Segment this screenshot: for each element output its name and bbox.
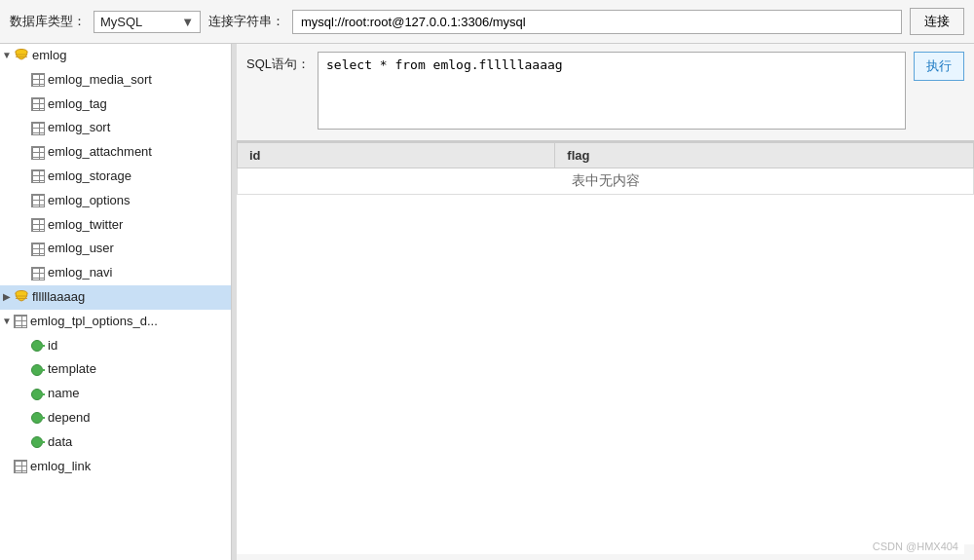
sidebar-item-emlog_link[interactable]: emlog_link xyxy=(0,455,231,479)
right-panel: SQL语句： 执行 idflag 表中无内容 CSDN @HMX404 xyxy=(237,44,974,560)
sidebar-item-col_id[interactable]: id xyxy=(0,334,231,358)
watermark: CSDN @HMX404 xyxy=(237,539,964,554)
table-icon xyxy=(31,267,45,280)
tree-item-label: emlog_storage xyxy=(48,167,131,187)
sidebar-item-col_data[interactable]: data xyxy=(0,430,231,455)
chevron-down-icon: ▼ xyxy=(181,15,194,29)
db-type-select[interactable]: MySQL ▼ xyxy=(94,11,201,33)
connection-string-input[interactable] xyxy=(292,10,902,34)
column-header-flag: flag xyxy=(555,143,974,168)
tree-item-label: emlog_tpl_options_d... xyxy=(30,312,158,332)
table-icon xyxy=(31,243,45,256)
conn-label: 连接字符串： xyxy=(208,13,284,30)
sidebar-item-emlog_tpl_options_d[interactable]: ▼emlog_tpl_options_d... xyxy=(0,310,231,334)
results-table: idflag 表中无内容 xyxy=(237,142,974,195)
table-icon xyxy=(31,194,45,207)
sidebar-item-flllllaaaag[interactable]: ▶ flllllaaaag xyxy=(0,285,231,310)
column-icon xyxy=(31,435,45,449)
table-icon xyxy=(31,169,45,183)
tree-item-label: emlog_media_sort xyxy=(48,70,152,91)
db-type-value: MySQL xyxy=(100,15,142,29)
tree-item-label: flllllaaaag xyxy=(32,287,85,308)
sidebar-item-col_name[interactable]: name xyxy=(0,382,231,406)
table-icon xyxy=(31,97,45,111)
tree-item-label: id xyxy=(48,336,57,356)
column-icon xyxy=(31,388,45,401)
tree-item-label: emlog_link xyxy=(30,457,91,477)
table-icon xyxy=(31,218,45,232)
execute-button[interactable]: 执行 xyxy=(914,52,964,81)
top-bar: 数据库类型： MySQL ▼ 连接字符串： 连接 xyxy=(0,0,974,44)
db-type-label: 数据库类型： xyxy=(10,13,86,30)
table-icon xyxy=(31,73,45,87)
tree-item-label: depend xyxy=(48,408,90,429)
table-icon xyxy=(14,460,27,473)
tree-item-label: data xyxy=(48,432,72,453)
tree-toggle-icon: ▶ xyxy=(0,289,14,305)
tree-item-label: emlog_attachment xyxy=(48,142,152,163)
tree-item-label: emlog_options xyxy=(48,191,131,211)
results-area: idflag 表中无内容 xyxy=(237,141,974,544)
sidebar-item-emlog_media_sort[interactable]: emlog_media_sort xyxy=(0,68,231,93)
table-icon xyxy=(14,315,27,328)
sidebar-item-col_depend[interactable]: depend xyxy=(0,406,231,430)
main-layout: ▼ emlogemlog_media_sortemlog_tagemlog_so… xyxy=(0,44,974,560)
tree-item-label: emlog_tag xyxy=(48,94,107,115)
tree-item-label: template xyxy=(48,359,96,380)
sql-label: SQL语句： xyxy=(246,52,310,73)
tree-toggle-icon: ▼ xyxy=(0,314,14,329)
sidebar-item-emlog_navi[interactable]: emlog_navi xyxy=(0,261,231,285)
column-icon xyxy=(31,339,45,353)
database-icon xyxy=(14,49,29,62)
sidebar-item-emlog[interactable]: ▼ emlog xyxy=(0,44,231,68)
sql-input[interactable] xyxy=(318,52,906,130)
sidebar-item-emlog_twitter[interactable]: emlog_twitter xyxy=(0,213,231,238)
sidebar-item-emlog_user[interactable]: emlog_user xyxy=(0,237,231,261)
tree-item-label: emlog_sort xyxy=(48,118,110,138)
sql-textarea-wrap xyxy=(318,52,906,132)
database-icon xyxy=(14,290,29,304)
sidebar-item-emlog_tag[interactable]: emlog_tag xyxy=(0,93,231,117)
tree-toggle-icon: ▼ xyxy=(0,48,14,63)
column-icon xyxy=(31,411,45,425)
sidebar-item-emlog_sort[interactable]: emlog_sort xyxy=(0,116,231,140)
tree-item-label: emlog_twitter xyxy=(48,215,123,236)
sidebar-item-emlog_storage[interactable]: emlog_storage xyxy=(0,165,231,189)
column-icon xyxy=(31,363,45,377)
tree-item-label: emlog_navi xyxy=(48,263,113,283)
column-header-id: id xyxy=(238,143,555,168)
empty-message: 表中无内容 xyxy=(238,168,974,195)
sql-area: SQL语句： 执行 xyxy=(237,44,974,141)
sidebar: ▼ emlogemlog_media_sortemlog_tagemlog_so… xyxy=(0,44,232,560)
sidebar-item-emlog_attachment[interactable]: emlog_attachment xyxy=(0,140,231,165)
table-icon xyxy=(31,146,45,160)
sidebar-item-emlog_options[interactable]: emlog_options xyxy=(0,189,231,213)
table-icon xyxy=(31,122,45,135)
tree-item-label: emlog_user xyxy=(48,239,114,259)
connect-button[interactable]: 连接 xyxy=(910,8,964,35)
tree-item-label: emlog xyxy=(32,46,66,66)
tree-item-label: name xyxy=(48,384,80,404)
sidebar-item-col_template[interactable]: template xyxy=(0,357,231,382)
